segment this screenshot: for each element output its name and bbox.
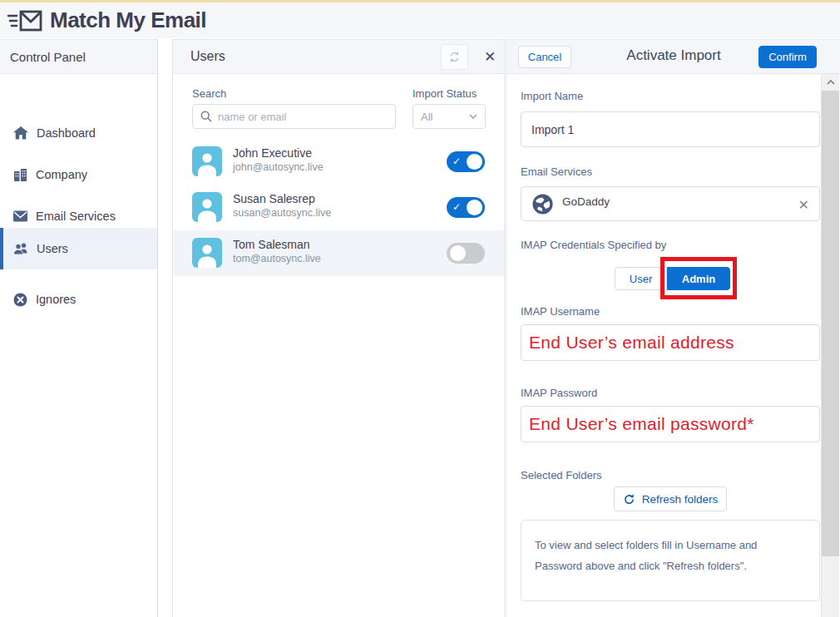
activate-import-panel: Cancel Activate Import Confirm Import Na… [506,39,840,617]
chevron-up-icon [827,80,835,85]
imap-username-annotation: End User’s email address [529,333,734,353]
user-avatar [192,146,222,176]
selected-folders-label: Selected Folders [521,469,602,481]
imap-password-annotation: End User’s email password* [529,414,754,434]
toggle-knob [450,245,466,261]
imap-credentials-label: IMAP Credentials Specified by [521,239,666,251]
email-service-name: GoDaddy [562,195,610,208]
user-name: Susan Salesrep [233,192,315,205]
imap-password-input[interactable]: End User’s email password* [521,406,820,442]
search-label: Search [192,87,226,100]
sidebar-item-label: Email Services [36,210,116,223]
imap-username-input[interactable]: End User’s email address [521,324,820,361]
sidebar-item-label: Users [37,242,68,255]
close-panel-icon[interactable]: ✕ [480,47,500,67]
toggle-knob [467,154,482,170]
user-email: tom@autosync.live [233,253,321,264]
user-row[interactable]: Tom Salesman tom@autosync.live ✓ [174,230,504,276]
import-toggle[interactable]: ✓ [447,197,485,218]
sidebar-item-label: Ignores [36,293,76,306]
import-name-label: Import Name [521,90,583,102]
refresh-folders-button[interactable]: Refresh folders [614,486,727,511]
search-input[interactable]: name or email [192,104,396,129]
import-name-input[interactable]: Import 1 [521,111,820,147]
email-services-label: Email Services [521,165,592,178]
check-icon: ✓ [452,201,461,213]
app-title: Match My Email [50,7,206,33]
chevron-down-icon [469,114,477,119]
sidebar-header: Control Panel [0,40,157,74]
search-placeholder: name or email [218,111,286,123]
credentials-admin-button[interactable]: Admin [667,267,730,290]
sidebar: Control Panel Dashboard Company [0,39,158,617]
refresh-users-button[interactable] [441,44,468,70]
match-my-email-logo-icon [7,8,43,33]
sidebar-item-company[interactable]: Company [0,154,157,195]
sidebar-title: Control Panel [10,50,86,64]
sidebar-item-dashboard[interactable]: Dashboard [0,112,157,154]
scroll-up-arrow[interactable] [822,74,839,90]
search-icon [200,111,212,122]
user-row[interactable]: John Executive john@autosync.live ✓ [174,139,504,185]
app-header: Match My Email [0,2,840,38]
home-icon [13,126,28,140]
check-icon: ✓ [452,155,461,167]
app-window: Match My Email Control Panel Dashboard [0,0,840,617]
import-status-value: All [421,111,432,123]
folders-help-box: To view and select folders fill in Usern… [521,520,820,601]
sidebar-item-users[interactable]: Users [0,228,157,269]
app-logo: Match My Email [7,7,206,33]
user-row[interactable]: Susan Salesrep susan@autosync.live ✓ [174,185,504,230]
user-email: john@autosync.live [233,161,324,173]
credentials-user-button[interactable]: User [615,267,667,290]
scrollbar-thumb[interactable] [822,91,839,556]
user-email: susan@autosync.live [233,207,331,219]
imap-username-label: IMAP Username [521,305,600,318]
users-panel-title: Users [190,49,225,64]
import-toggle[interactable]: ✓ [447,151,485,172]
confirm-button[interactable]: Confirm [758,46,817,68]
user-avatar [192,192,222,222]
globe-icon [531,193,554,215]
import-status-label: Import Status [413,87,477,100]
building-icon [13,168,27,181]
users-icon [13,242,28,255]
import-toggle[interactable]: ✓ [447,243,485,264]
import-panel-title: Activate Import [590,47,757,64]
email-service-item: GoDaddy ✕ [521,186,820,221]
remove-service-icon[interactable]: ✕ [798,197,809,213]
sync-icon [448,51,461,63]
refresh-icon [623,493,635,506]
sidebar-item-ignores[interactable]: Ignores [0,279,157,320]
sidebar-item-label: Company [36,168,87,181]
scrollbar[interactable] [821,74,839,617]
user-avatar [192,238,222,268]
envelope-icon [13,210,27,222]
users-panel: Users ✕ Search name or email Import Stat… [172,39,505,617]
toggle-knob [467,200,482,215]
import-status-select[interactable]: All [413,104,486,129]
circle-x-icon [13,293,27,307]
refresh-folders-label: Refresh folders [642,493,719,506]
sidebar-item-label: Dashboard [37,126,96,140]
user-name: Tom Salesman [233,238,310,251]
user-name: John Executive [233,146,312,160]
imap-password-label: IMAP Password [521,387,597,399]
folders-help-text: To view and select folders fill in Usern… [535,535,806,577]
cancel-button[interactable]: Cancel [518,46,571,68]
